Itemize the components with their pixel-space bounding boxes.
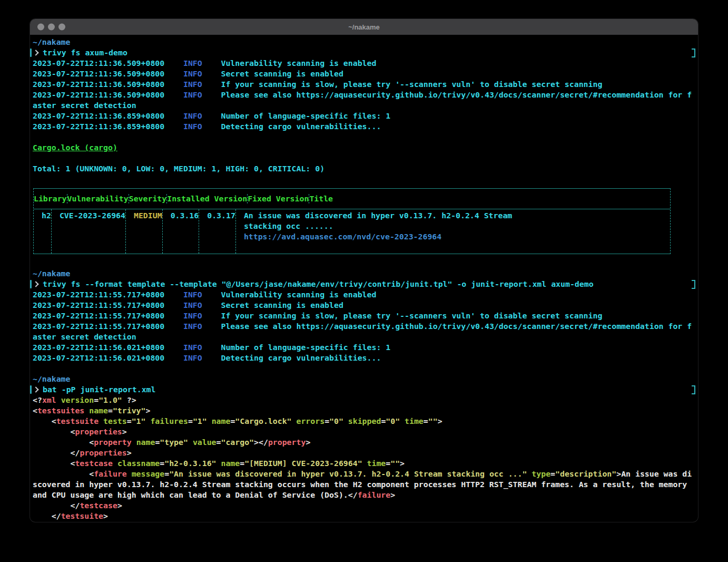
text-segment: = <box>188 416 193 426</box>
terminal-line: <failure message="An issue was discovere… <box>33 469 695 479</box>
text-segment: 2023-07-22T12:11:36.859+0800 <box>33 111 183 121</box>
text-segment: ></ <box>254 438 268 447</box>
text-segment: Number of language-specific files: 1 <box>221 343 390 352</box>
text-segment: >An issue was di <box>616 469 692 479</box>
text-segment: "1" <box>132 416 146 426</box>
text-segment: INFO <box>183 301 202 310</box>
text-segment: Please see also https://aquasecurity.git… <box>221 90 692 100</box>
terminal-line: 2023-07-22T12:11:36.859+0800 INFO Number… <box>33 111 695 121</box>
terminal-line <box>33 174 695 185</box>
text-segment: = <box>230 416 235 426</box>
text-segment: testcase <box>80 501 117 510</box>
terminal-line: 2023-07-22T12:11:36.509+0800 INFO Secret… <box>33 69 695 79</box>
terminal-window: ~/nakame ~/nakametrivy fs axum-demo2023-… <box>30 19 698 522</box>
text-segment: Total: 1 (UNKNOWN: 0, LOW: 0, MEDIUM: 1,… <box>33 164 324 173</box>
text-segment: = <box>324 416 329 426</box>
text-segment: message <box>132 469 165 479</box>
text-segment: 2023-07-22T12:11:36.509+0800 <box>33 80 183 89</box>
text-segment: "description" <box>555 469 616 479</box>
text-segment: = <box>240 459 244 468</box>
terminal-line: <property name="type" value="cargo"></pr… <box>33 437 695 448</box>
terminal-line: 2023-07-22T12:11:55.717+0800 INFO Vulner… <box>33 289 695 300</box>
text-segment: time <box>367 459 386 468</box>
text-segment: aster secret detection <box>33 101 136 110</box>
text-segment: and CPU usage are high which can lead to… <box>33 490 358 500</box>
zoom-button[interactable] <box>58 24 65 31</box>
command-start-mark <box>30 280 32 288</box>
window-titlebar[interactable]: ~/nakame <box>30 19 698 35</box>
text-segment: ~/nakame <box>33 269 71 278</box>
terminal-line: <testsuite tests="1" failures="1" name="… <box>33 416 695 427</box>
command-start-mark <box>30 385 32 394</box>
text-segment <box>202 90 221 100</box>
terminal-link[interactable]: https://avd.aquasec.com/nvd/cve-2023-269… <box>244 232 441 241</box>
terminal-line: 2023-07-22T12:11:55.717+0800 INFO Please… <box>33 321 695 332</box>
text-segment: > <box>400 459 405 468</box>
text-segment: testsuite <box>56 416 99 426</box>
terminal-line: <testcase classname="h2-0.3.16" name="[M… <box>33 458 695 469</box>
text-segment: INFO <box>183 322 202 331</box>
text-segment: skipped <box>348 416 381 426</box>
terminal-line: 2023-07-22T12:11:56.021+0800 INFO Number… <box>33 342 695 353</box>
terminal-line: Total: 1 (UNKNOWN: 0, LOW: 0, MEDIUM: 1,… <box>33 163 695 174</box>
text-segment: "" <box>428 416 438 426</box>
traffic-lights <box>37 24 65 31</box>
text-segment: = <box>160 459 164 468</box>
command-end-mark <box>692 280 695 289</box>
text-segment: = <box>386 459 390 468</box>
text-segment: INFO <box>183 90 202 100</box>
text-segment <box>202 301 221 310</box>
text-segment: > <box>390 490 395 500</box>
text-segment: 2023-07-22T12:11:56.021+0800 <box>33 353 183 363</box>
text-segment: type <box>532 469 550 479</box>
text-segment: 0.3.16 <box>171 211 199 220</box>
text-segment: property <box>268 438 306 447</box>
terminal-line: <properties> <box>33 427 695 437</box>
terminal-body[interactable]: ~/nakametrivy fs axum-demo2023-07-22T12:… <box>30 35 698 521</box>
text-segment: INFO <box>183 311 202 321</box>
text-segment: "h2-0.3.16" <box>164 459 216 468</box>
cell-line: 0.3.16 <box>171 210 199 221</box>
text-segment: INFO <box>183 80 202 89</box>
text-segment: trivy fs axum-demo <box>43 48 127 57</box>
terminal-line: 2023-07-22T12:11:36.509+0800 INFO Vulner… <box>33 58 695 69</box>
command-line: trivy fs --format template --template "@… <box>33 279 695 289</box>
text-segment: properties <box>75 427 122 437</box>
text-segment: tests <box>103 416 127 426</box>
terminal-line: and CPU usage are high which can lead to… <box>33 490 695 500</box>
text-segment: Secret scanning is enabled <box>221 301 343 310</box>
text-segment <box>202 80 221 89</box>
text-segment <box>188 438 193 447</box>
terminal-line: aster secret detection <box>33 100 695 111</box>
terminal-line: 2023-07-22T12:11:36.509+0800 INFO If you… <box>33 79 695 90</box>
text-segment: 2023-07-22T12:11:36.509+0800 <box>33 69 183 79</box>
minimize-button[interactable] <box>48 24 55 31</box>
text-segment: 2023-07-22T12:11:55.717+0800 <box>33 290 183 299</box>
terminal-line: Cargo.lock (cargo) <box>33 142 695 153</box>
text-segment: scovered in hyper v0.13.7. h2-0.2.4 Stre… <box>33 480 687 489</box>
table-header-row: LibraryVulnerabilitySeverityInstalled Ve… <box>34 189 670 209</box>
text-segment: Detecting cargo vulnerabilities... <box>221 353 381 363</box>
text-segment: Please see also https://aquasecurity.git… <box>221 322 692 331</box>
text-segment: testsuite <box>61 511 103 521</box>
prompt-chevron-icon <box>33 281 38 287</box>
vulnerability-table: LibraryVulnerabilitySeverityInstalled Ve… <box>33 188 671 254</box>
text-segment <box>84 406 89 415</box>
text-segment <box>202 122 221 131</box>
close-button[interactable] <box>37 24 44 31</box>
text-segment: = <box>127 416 132 426</box>
text-segment: failure <box>94 469 127 479</box>
terminal-line: </testsuite> <box>33 511 695 521</box>
text-segment: stacking occ ...... <box>244 221 333 231</box>
command-end-mark <box>692 385 695 394</box>
text-segment: INFO <box>183 122 202 131</box>
text-segment: name <box>221 459 240 468</box>
text-segment: name <box>212 416 231 426</box>
text-segment: </ <box>33 501 80 510</box>
text-segment: < <box>33 459 75 468</box>
text-segment: trivy fs --format template --template "@… <box>43 279 594 289</box>
terminal-line <box>33 153 695 163</box>
terminal-line: 2023-07-22T12:11:55.717+0800 INFO If you… <box>33 311 695 321</box>
command-line: bat -pP junit-report.xml <box>33 384 695 395</box>
text-segment <box>292 416 297 426</box>
